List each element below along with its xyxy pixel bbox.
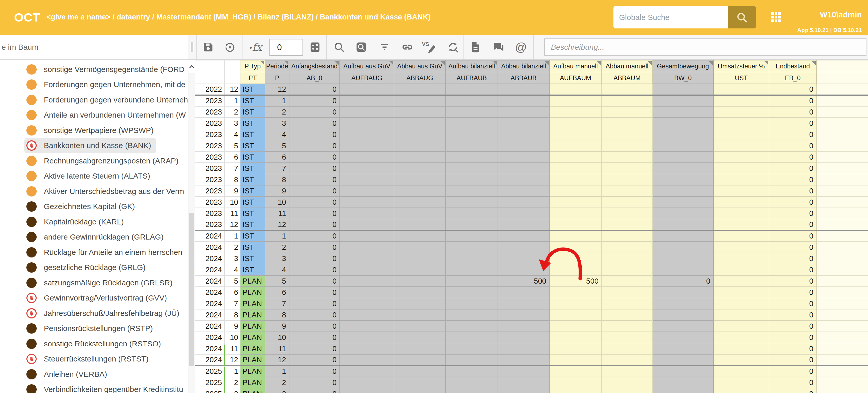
cell-per[interactable]: 12 [224,84,240,95]
cell-bw0[interactable] [652,95,713,106]
cell-per[interactable]: 2 [224,106,240,118]
formula-button[interactable]: ▾fx [247,37,265,57]
cell-aufbaum[interactable] [549,354,602,366]
cell-per[interactable]: 5 [224,275,240,287]
col-header-aufbaub[interactable]: Aufbau bilanziell [445,60,498,72]
cell-pt[interactable]: IST [240,152,265,163]
cell-p[interactable]: 3 [265,253,289,264]
cell-aufbaum[interactable] [549,197,602,208]
cell-abbaug[interactable] [394,174,445,185]
cell-aufbaum[interactable] [549,332,602,343]
cell-abbaum[interactable] [602,174,652,185]
tree-item-selected[interactable]: Bankkonten und Kasse (BANK) [24,138,156,154]
cell-pt[interactable]: PLAN [240,343,265,354]
cell-p[interactable]: 11 [265,343,289,354]
cell-trail[interactable] [816,106,868,118]
cell-bw0[interactable] [652,197,713,208]
cell-bw0[interactable] [652,321,713,332]
cell-year[interactable]: 2023 [195,174,224,185]
breadcrumb[interactable]: <give me a name> / dataentry / Masterman… [46,13,431,21]
cell-aufbaub[interactable] [445,106,498,118]
cell-year[interactable]: 2025 [195,377,224,388]
cell-abbaub[interactable] [498,129,549,140]
cell-pt[interactable]: IST [240,264,265,275]
cell-bw0[interactable] [652,298,713,309]
cell-eb0[interactable]: 0 [769,230,816,241]
cell-per[interactable]: 8 [224,174,240,185]
cell-eb0[interactable]: 0 [769,163,816,174]
cell-pt[interactable]: IST [240,118,265,129]
cell-aufbaub[interactable] [445,253,498,264]
cell-aufbaum[interactable] [549,118,602,129]
cell-trail[interactable] [816,140,868,152]
cell-eb0[interactable]: 0 [769,287,816,298]
cell-year[interactable]: 2023 [195,163,224,174]
col-subheader-pt[interactable]: PT [240,72,265,84]
history-button[interactable] [222,37,237,57]
cell-p[interactable]: 11 [265,208,289,219]
cell-trail[interactable] [816,84,868,95]
cell-abbaum[interactable] [602,219,652,230]
document-button[interactable] [469,37,483,57]
cell-abbaug[interactable] [394,185,445,197]
cell-abbaum[interactable] [602,163,652,174]
cell-abbaub[interactable] [498,95,549,106]
cell-aufbaub[interactable] [445,332,498,343]
cell-year[interactable]: 2024 [195,332,224,343]
cell-pt[interactable]: PLAN [240,388,265,393]
col-header-ab0[interactable]: Anfangsbestand [289,60,340,72]
cell-eb0[interactable]: 0 [769,95,816,106]
cell-year[interactable]: 2022 [195,84,224,95]
cell-abbaug[interactable] [394,354,445,366]
cell-p[interactable]: 1 [265,366,289,377]
cell-trail[interactable] [816,253,868,264]
cell-eb0[interactable]: 0 [769,275,816,287]
cell-year[interactable]: 2024 [195,264,224,275]
cell-ust[interactable] [713,84,769,95]
cell-abbaum[interactable] [602,95,652,106]
cell-aufbaub[interactable] [445,219,498,230]
cell-abbaug[interactable] [394,219,445,230]
cell-year[interactable]: 2024 [195,343,224,354]
cell-ab0[interactable]: 0 [289,106,340,118]
cell-aufbaum[interactable] [549,230,602,241]
cell-abbaub[interactable] [498,219,549,230]
cell-aufbaum[interactable] [549,208,602,219]
cell-eb0[interactable]: 0 [769,106,816,118]
cell-ust[interactable] [713,309,769,321]
cell-aufbaub[interactable] [445,388,498,393]
cell-aufbaum[interactable] [549,84,602,95]
cell-pt[interactable]: PLAN [240,366,265,377]
cell-ust[interactable] [713,264,769,275]
cell-ust[interactable] [713,106,769,118]
cell-aufbaum[interactable] [549,219,602,230]
cell-aufbaub[interactable] [445,118,498,129]
tree-item[interactable]: Anleihen (VERBA) [24,367,112,382]
cell-abbaub[interactable] [498,84,549,95]
cell-ab0[interactable]: 0 [289,332,340,343]
cell-p[interactable]: 9 [265,185,289,197]
cell-aufbaug[interactable] [340,152,394,163]
cell-eb0[interactable]: 0 [769,219,816,230]
global-search-input[interactable]: Globale Suche [614,6,728,28]
cell-bw0[interactable] [652,388,713,393]
cell-aufbaum[interactable] [549,343,602,354]
cell-per[interactable]: 7 [224,298,240,309]
cell-aufbaum[interactable] [549,174,602,185]
cell-ust[interactable] [713,253,769,264]
col-subheader-bw0[interactable]: BW_0 [652,72,713,84]
cell-p[interactable]: 7 [265,298,289,309]
cell-trail[interactable] [816,377,868,388]
cell-year[interactable]: 2024 [195,309,224,321]
cell-trail[interactable] [816,343,868,354]
tree-item[interactable]: andere Gewinnrücklagen (GRLAG) [24,230,169,245]
cell-abbaum[interactable] [602,152,652,163]
cell-pt[interactable]: IST [240,163,265,174]
cell-aufbaum[interactable] [549,185,602,197]
cell-year[interactable]: 2024 [195,241,224,253]
cell-abbaum[interactable] [602,309,652,321]
cell-eb0[interactable]: 0 [769,241,816,253]
vs-edit-button[interactable]: VS [422,37,437,57]
cell-trail[interactable] [816,197,868,208]
cell-aufbaug[interactable] [340,140,394,152]
